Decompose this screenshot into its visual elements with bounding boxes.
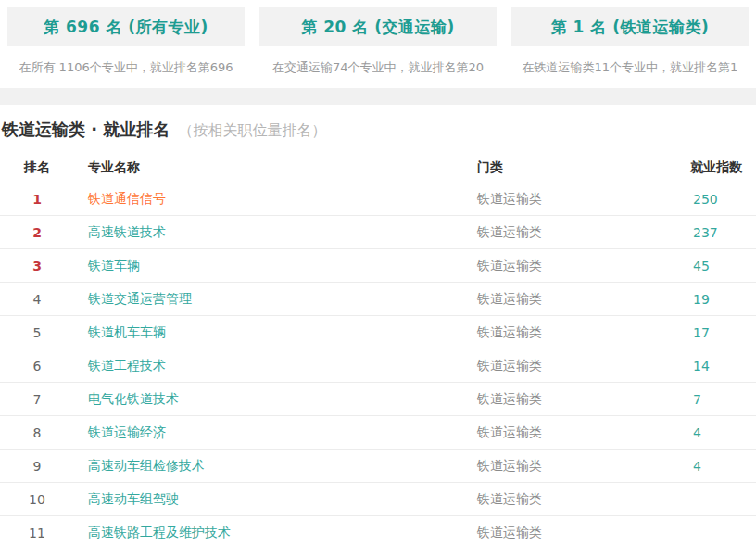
ranking-table: 排名 专业名称 门类 就业指数 1 铁道通信信号 铁道运输类 250 2 高速铁… — [0, 153, 756, 545]
major-cell: 高速铁路工程及维护技术 — [74, 525, 463, 541]
stat-card-all-majors: 第 696 名 (所有专业) — [7, 7, 245, 46]
category-cell: 铁道运输类 — [463, 525, 676, 541]
section-heading: 铁道运输类 · 就业排名 （按相关职位量排名） — [2, 119, 756, 141]
major-link[interactable]: 铁道工程技术 — [88, 358, 166, 373]
table-row: 8 铁道运输经济 铁道运输类 4 — [0, 416, 756, 450]
table-row: 9 高速动车组检修技术 铁道运输类 4 — [0, 450, 756, 483]
employment-index-cell: 14 — [676, 359, 756, 374]
employment-index-cell: 19 — [676, 292, 756, 307]
category-cell: 铁道运输类 — [463, 224, 676, 241]
employment-index-cell: 4 — [676, 425, 756, 440]
category-cell: 铁道运输类 — [463, 491, 676, 508]
category-cell: 铁道运输类 — [463, 425, 676, 441]
rank-stat-cards: 第 696 名 (所有专业) 第 20 名 (交通运输) 第 1 名 (铁道运输… — [0, 0, 756, 46]
stat-title: 第 1 名 (铁道运输类) — [551, 17, 710, 38]
major-link[interactable]: 铁道运输经济 — [88, 425, 166, 439]
rank-cell: 7 — [0, 392, 74, 407]
major-link[interactable]: 高速铁道技术 — [88, 224, 166, 239]
table-header-row: 排名 专业名称 门类 就业指数 — [0, 153, 756, 183]
rank-stat-subtitles: 在所有 1106个专业中，就业排名第696 在交通运输74个专业中，就业排名第2… — [0, 46, 756, 88]
rank-cell: 9 — [0, 459, 74, 474]
major-cell: 高速铁道技术 — [74, 224, 463, 241]
major-link[interactable]: 电气化铁道技术 — [88, 391, 179, 406]
employment-index-cell: 45 — [676, 259, 756, 273]
header-category: 门类 — [463, 159, 676, 176]
category-cell: 铁道运输类 — [463, 258, 676, 274]
major-link[interactable]: 铁道通信信号 — [88, 191, 166, 206]
rank-cell: 5 — [0, 325, 74, 340]
table-row: 5 铁道机车车辆 铁道运输类 17 — [0, 316, 756, 349]
major-cell: 铁道通信信号 — [74, 191, 463, 208]
rank-cell: 10 — [0, 492, 74, 507]
stat-title: 第 696 名 (所有专业) — [44, 17, 208, 38]
major-link[interactable]: 铁道车辆 — [88, 258, 140, 272]
major-cell: 铁道运输经济 — [74, 425, 463, 441]
stat-title: 第 20 名 (交通运输) — [301, 17, 454, 38]
section-note: （按相关职位量排名） — [178, 121, 326, 139]
major-cell: 高速动车组检修技术 — [74, 458, 463, 475]
rank-cell: 8 — [0, 425, 74, 440]
stat-card-transport: 第 20 名 (交通运输) — [259, 7, 497, 46]
rank-cell: 1 — [0, 192, 74, 207]
category-cell: 铁道运输类 — [463, 324, 676, 341]
table-row: 1 铁道通信信号 铁道运输类 250 — [0, 183, 756, 216]
employment-index-cell: 4 — [676, 459, 756, 474]
table-row: 6 铁道工程技术 铁道运输类 14 — [0, 349, 756, 383]
major-link[interactable]: 高速铁路工程及维护技术 — [88, 525, 231, 539]
major-cell: 铁道车辆 — [74, 258, 463, 274]
category-cell: 铁道运输类 — [463, 291, 676, 308]
stat-subtitle-transport: 在交通运输74个专业中，就业排名第20 — [259, 46, 497, 88]
stat-subtitle-railway: 在铁道运输类11个专业中，就业排名第1 — [511, 46, 749, 88]
rank-cell: 2 — [0, 225, 74, 240]
table-row: 11 高速铁路工程及维护技术 铁道运输类 — [0, 516, 756, 545]
header-rank: 排名 — [0, 159, 74, 176]
rank-cell: 6 — [0, 359, 74, 374]
major-link[interactable]: 高速动车组驾驶 — [88, 491, 179, 506]
category-cell: 铁道运输类 — [463, 191, 676, 208]
employment-index-cell: 17 — [676, 325, 756, 340]
header-major: 专业名称 — [74, 159, 463, 176]
major-link[interactable]: 铁道交通运营管理 — [88, 291, 192, 306]
table-row: 7 电气化铁道技术 铁道运输类 7 — [0, 383, 756, 416]
employment-index-cell: 250 — [676, 192, 756, 207]
major-cell: 铁道机车车辆 — [74, 324, 463, 341]
section-title: 铁道运输类 · 就业排名 — [2, 120, 170, 139]
table-row: 3 铁道车辆 铁道运输类 45 — [0, 249, 756, 283]
stat-card-railway: 第 1 名 (铁道运输类) — [511, 7, 749, 46]
major-cell: 铁道工程技术 — [74, 358, 463, 374]
stat-subtitle-all-majors: 在所有 1106个专业中，就业排名第696 — [7, 46, 245, 88]
divider-band — [0, 88, 756, 105]
major-cell: 高速动车组驾驶 — [74, 491, 463, 508]
table-row: 4 铁道交通运营管理 铁道运输类 19 — [0, 283, 756, 316]
header-employment-index: 就业指数 — [676, 159, 756, 176]
category-cell: 铁道运输类 — [463, 391, 676, 408]
major-cell: 电气化铁道技术 — [74, 391, 463, 408]
major-link[interactable]: 铁道机车车辆 — [88, 324, 166, 339]
rank-cell: 4 — [0, 292, 74, 307]
table-body: 1 铁道通信信号 铁道运输类 250 2 高速铁道技术 铁道运输类 237 3 … — [0, 183, 756, 545]
rank-cell: 3 — [0, 259, 74, 273]
major-cell: 铁道交通运营管理 — [74, 291, 463, 308]
employment-index-cell: 237 — [676, 225, 756, 240]
rank-cell: 11 — [0, 526, 74, 540]
major-link[interactable]: 高速动车组检修技术 — [88, 458, 205, 473]
employment-index-cell: 7 — [676, 392, 756, 407]
category-cell: 铁道运输类 — [463, 458, 676, 475]
table-row: 2 高速铁道技术 铁道运输类 237 — [0, 216, 756, 249]
category-cell: 铁道运输类 — [463, 358, 676, 374]
table-row: 10 高速动车组驾驶 铁道运输类 — [0, 483, 756, 516]
